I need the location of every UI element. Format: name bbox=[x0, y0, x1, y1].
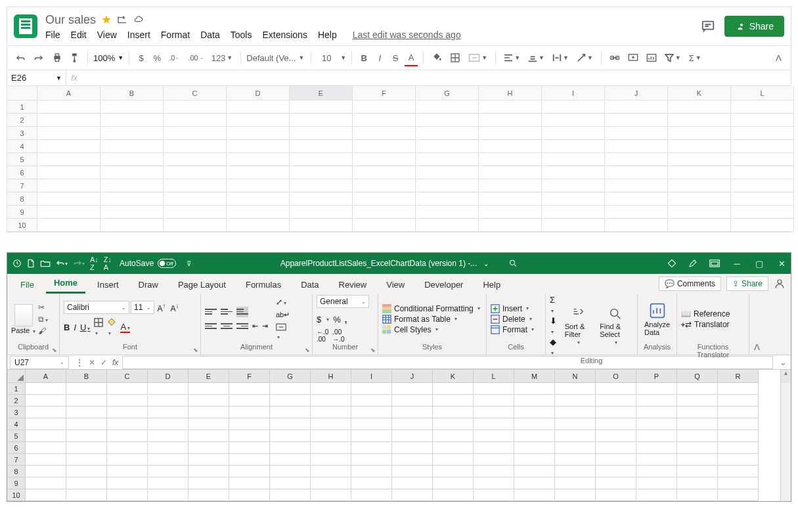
cell[interactable] bbox=[148, 466, 188, 477]
cell[interactable] bbox=[188, 430, 229, 442]
cell[interactable] bbox=[290, 179, 353, 192]
cell[interactable] bbox=[636, 477, 677, 489]
cell[interactable] bbox=[148, 477, 188, 489]
cell[interactable] bbox=[148, 418, 188, 430]
cell[interactable] bbox=[26, 489, 66, 501]
cell[interactable] bbox=[668, 114, 731, 127]
cell[interactable] bbox=[433, 418, 474, 430]
cell[interactable] bbox=[514, 477, 555, 489]
cell[interactable] bbox=[636, 407, 677, 418]
cell[interactable] bbox=[107, 395, 148, 407]
cell[interactable] bbox=[605, 127, 668, 140]
cell[interactable] bbox=[514, 407, 555, 418]
tab-page-layout[interactable]: Page Layout bbox=[170, 276, 234, 294]
cell[interactable] bbox=[100, 100, 164, 114]
row-header[interactable]: 10 bbox=[7, 219, 37, 232]
cell[interactable] bbox=[731, 206, 794, 219]
cell[interactable] bbox=[636, 430, 677, 442]
star-icon[interactable]: ★ bbox=[101, 12, 112, 27]
paint-format-icon[interactable] bbox=[68, 50, 82, 66]
column-header[interactable]: E bbox=[188, 370, 229, 383]
cell[interactable] bbox=[164, 179, 227, 192]
cell[interactable] bbox=[270, 407, 311, 418]
cell[interactable] bbox=[164, 140, 227, 153]
redo-icon[interactable] bbox=[31, 51, 47, 64]
cell[interactable] bbox=[227, 140, 290, 153]
cell[interactable] bbox=[596, 489, 636, 501]
cell[interactable] bbox=[542, 219, 605, 232]
cell[interactable] bbox=[392, 454, 433, 466]
fill-color-icon[interactable]: ▾ bbox=[107, 318, 116, 337]
fill-color-icon[interactable] bbox=[429, 50, 445, 66]
cell[interactable] bbox=[479, 153, 542, 166]
cell[interactable] bbox=[636, 418, 677, 430]
fx-icon[interactable]: fx bbox=[112, 358, 118, 367]
cell[interactable] bbox=[677, 395, 718, 407]
h-align-icon[interactable]: ▼ bbox=[501, 51, 523, 64]
cell[interactable] bbox=[351, 418, 392, 430]
cell[interactable] bbox=[351, 383, 392, 395]
tab-formulas[interactable]: Formulas bbox=[238, 276, 289, 294]
inc-indent-icon[interactable]: ⇥ bbox=[262, 322, 268, 330]
column-header[interactable]: H bbox=[311, 370, 351, 383]
column-header[interactable]: C bbox=[164, 86, 227, 100]
cell[interactable] bbox=[270, 395, 311, 407]
cell[interactable] bbox=[479, 114, 542, 127]
ribbon-mode-icon[interactable] bbox=[709, 259, 720, 267]
cell[interactable] bbox=[311, 442, 351, 454]
cell[interactable] bbox=[26, 383, 66, 395]
tab-help[interactable]: Help bbox=[475, 276, 508, 294]
cell[interactable] bbox=[668, 179, 731, 192]
tab-developer[interactable]: Developer bbox=[416, 276, 471, 294]
cell[interactable] bbox=[351, 430, 392, 442]
cell[interactable] bbox=[164, 100, 227, 114]
select-all-corner[interactable] bbox=[7, 86, 37, 100]
delete-cells-button[interactable]: Delete ▾ bbox=[491, 315, 534, 324]
row-header[interactable]: 8 bbox=[7, 192, 37, 206]
cell[interactable] bbox=[148, 383, 188, 395]
cell[interactable] bbox=[311, 489, 351, 501]
cell[interactable] bbox=[227, 179, 290, 192]
maximize-icon[interactable]: ▢ bbox=[754, 259, 765, 269]
cell[interactable] bbox=[416, 114, 479, 127]
cell[interactable] bbox=[718, 454, 759, 466]
number-launcher-icon[interactable]: ⬊ bbox=[370, 347, 376, 353]
cell[interactable] bbox=[514, 454, 555, 466]
align-center-icon[interactable] bbox=[221, 321, 233, 332]
cell[interactable] bbox=[164, 114, 227, 127]
cell[interactable] bbox=[351, 407, 392, 418]
cell[interactable] bbox=[542, 192, 605, 206]
cell[interactable] bbox=[353, 206, 416, 219]
cell[interactable] bbox=[37, 179, 100, 192]
cell[interactable] bbox=[392, 407, 433, 418]
font-launcher-icon[interactable]: ⬊ bbox=[193, 347, 198, 353]
cell[interactable] bbox=[227, 206, 290, 219]
cell[interactable] bbox=[718, 430, 759, 442]
cell[interactable] bbox=[542, 127, 605, 140]
share-button[interactable]: Share bbox=[724, 16, 784, 37]
align-bottom-icon[interactable] bbox=[236, 307, 248, 317]
cell[interactable] bbox=[107, 454, 148, 466]
column-header[interactable]: J bbox=[392, 370, 433, 383]
cell[interactable] bbox=[474, 418, 514, 430]
comments-button[interactable]: 💬Comments bbox=[659, 277, 721, 291]
cell[interactable] bbox=[353, 153, 416, 166]
cell[interactable] bbox=[227, 153, 290, 166]
align-right-icon[interactable] bbox=[236, 321, 248, 332]
cell[interactable] bbox=[66, 442, 107, 454]
cell[interactable] bbox=[542, 166, 605, 179]
cell[interactable] bbox=[542, 206, 605, 219]
cell[interactable] bbox=[164, 219, 227, 232]
bold-button[interactable]: B bbox=[357, 51, 370, 66]
clear-icon[interactable]: ◆ ▾ bbox=[550, 337, 560, 357]
cell[interactable] bbox=[351, 466, 392, 477]
formula-bar[interactable] bbox=[82, 77, 791, 79]
cell[interactable] bbox=[148, 407, 188, 418]
cell[interactable] bbox=[718, 442, 759, 454]
cell[interactable] bbox=[37, 219, 100, 232]
cond-format-button[interactable]: Conditional Formatting▾ bbox=[382, 304, 480, 313]
column-header[interactable]: I bbox=[351, 370, 392, 383]
cell[interactable] bbox=[26, 466, 66, 477]
cell[interactable] bbox=[416, 206, 479, 219]
cell[interactable] bbox=[351, 454, 392, 466]
